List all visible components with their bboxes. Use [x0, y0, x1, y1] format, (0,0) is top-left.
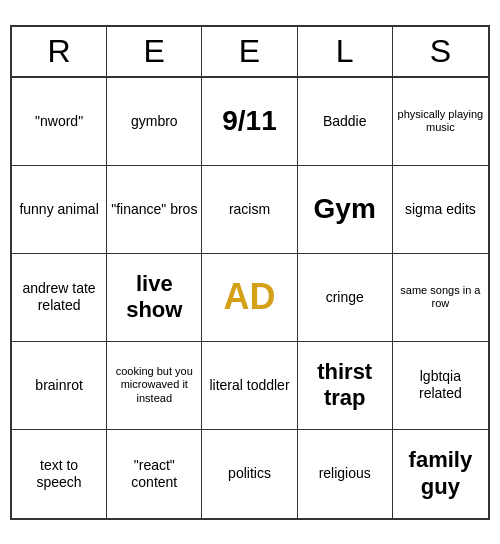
- bingo-cell-4: physically playing music: [393, 78, 488, 166]
- bingo-card: R E E L S "nword"gymbro9/11Baddiephysica…: [10, 25, 490, 520]
- bingo-cell-9: sigma edits: [393, 166, 488, 254]
- header-r: R: [12, 27, 107, 76]
- bingo-cell-7: racism: [202, 166, 297, 254]
- bingo-header: R E E L S: [12, 27, 488, 78]
- bingo-cell-3: Baddie: [298, 78, 393, 166]
- bingo-cell-1: gymbro: [107, 78, 202, 166]
- bingo-cell-12: AD: [202, 254, 297, 342]
- bingo-cell-19: lgbtqia related: [393, 342, 488, 430]
- bingo-grid: "nword"gymbro9/11Baddiephysically playin…: [12, 78, 488, 518]
- bingo-cell-6: "finance" bros: [107, 166, 202, 254]
- bingo-cell-18: thirst trap: [298, 342, 393, 430]
- bingo-cell-16: cooking but you microwaved it instead: [107, 342, 202, 430]
- bingo-cell-8: Gym: [298, 166, 393, 254]
- bingo-cell-11: live show: [107, 254, 202, 342]
- bingo-cell-24: family guy: [393, 430, 488, 518]
- bingo-cell-15: brainrot: [12, 342, 107, 430]
- bingo-cell-17: literal toddler: [202, 342, 297, 430]
- bingo-cell-10: andrew tate related: [12, 254, 107, 342]
- header-s: S: [393, 27, 488, 76]
- bingo-cell-22: politics: [202, 430, 297, 518]
- header-l: L: [298, 27, 393, 76]
- header-e1: E: [107, 27, 202, 76]
- bingo-cell-2: 9/11: [202, 78, 297, 166]
- bingo-cell-5: funny animal: [12, 166, 107, 254]
- bingo-cell-0: "nword": [12, 78, 107, 166]
- bingo-cell-14: same songs in a row: [393, 254, 488, 342]
- bingo-cell-13: cringe: [298, 254, 393, 342]
- bingo-cell-21: "react" content: [107, 430, 202, 518]
- bingo-cell-20: text to speech: [12, 430, 107, 518]
- bingo-cell-23: religious: [298, 430, 393, 518]
- header-e2: E: [202, 27, 297, 76]
